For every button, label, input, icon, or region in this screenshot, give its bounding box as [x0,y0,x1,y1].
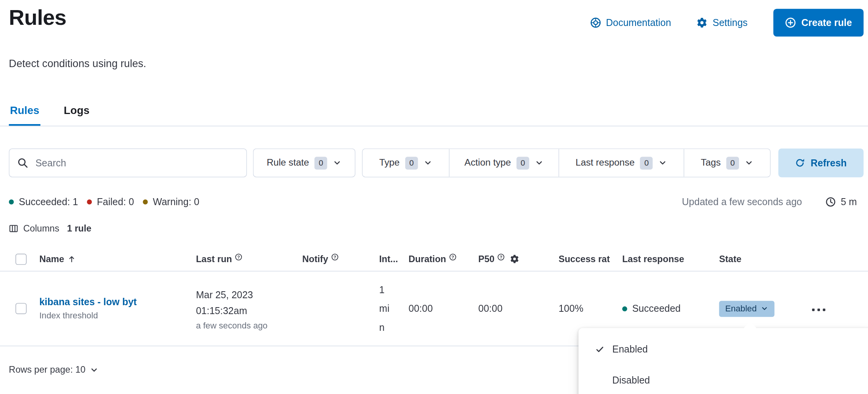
chevron-down-icon [90,365,98,374]
column-header-duration-label: Duration [408,254,446,264]
state-menu-item-disabled[interactable]: Disabled [579,365,868,394]
tabs: Rules Logs [0,98,868,126]
filter-action-type-count: 0 [517,157,529,169]
rules-page: Rules Documentation Settings Create rule… [0,0,868,394]
column-header-last-response-label: Last response [622,254,684,264]
select-all-checkbox[interactable] [16,254,27,265]
question-in-circle-icon[interactable] [235,253,243,261]
column-header-interval[interactable]: Int... [373,254,403,264]
documentation-icon [590,17,601,28]
status-summary: Succeeded: 1 Failed: 0 Warning: 0 [9,196,200,208]
column-header-success-rate-label: Success rat [558,254,610,264]
name-cell: kibana sites - low byt Index threshold [33,296,190,321]
status-warning-label: Warning: 0 [153,196,200,208]
state-badge[interactable]: Enabled [719,301,775,316]
rule-name-link[interactable]: kibana sites - low byt [39,296,157,308]
question-in-circle-icon[interactable] [497,253,505,261]
column-header-notify[interactable]: Notify [296,254,373,264]
refresh-interval-label: 5 m [841,196,857,208]
last-run-relative: a few seconds ago [196,320,296,330]
refresh-interval-button[interactable]: 5 m [825,196,857,208]
column-header-p50[interactable]: P50 [472,254,553,264]
last-run-date: Mar 25, 2023 [196,287,296,302]
row-actions-button[interactable] [811,305,826,314]
status-succeeded: Succeeded: 1 [9,196,78,208]
refresh-button[interactable]: Refresh [778,149,864,177]
chevron-down-icon [744,159,753,168]
interval-value: 1 min [379,280,394,337]
filter-rule-state-label: Rule state [267,157,309,169]
filter-rule-state-count: 0 [315,157,327,169]
rows-per-page-button[interactable]: Rows per page: 10 [9,365,98,375]
search-box [9,149,247,177]
documentation-label: Documentation [606,17,671,29]
state-menu-enabled-label: Enabled [612,343,648,355]
chevron-down-icon [761,305,768,313]
column-header-notify-label: Notify [302,254,328,264]
column-header-duration[interactable]: Duration [403,254,472,264]
create-rule-button[interactable]: Create rule [773,9,863,36]
filter-bar: Rule state 0 Type 0 Action type 0 Last r… [9,149,864,177]
state-menu-popover: Enabled Disabled [579,328,868,394]
clock-icon [825,197,836,207]
column-header-name-label: Name [39,254,64,264]
header-actions: Documentation Settings Create rule [590,9,863,36]
column-header-state-label: State [719,254,742,264]
refresh-label: Refresh [811,157,847,169]
chevron-down-icon [535,159,544,168]
create-rule-label: Create rule [801,17,852,29]
interval-cell: 1 min [373,280,403,337]
filter-tags[interactable]: Tags 0 [684,149,770,176]
column-header-interval-label: Int... [379,254,398,264]
search-input[interactable] [35,157,238,169]
state-menu-item-enabled[interactable]: Enabled [579,334,868,365]
columns-button[interactable]: Columns [9,223,59,234]
question-in-circle-icon[interactable] [331,253,339,261]
chevron-down-icon [333,159,342,168]
duration-cell: 00:00 [403,303,472,315]
filter-type[interactable]: Type 0 [363,149,449,176]
documentation-link[interactable]: Documentation [590,17,671,29]
last-response-cell: Succeeded [616,303,713,315]
sort-ascending-icon [67,255,76,263]
column-header-state[interactable]: State [713,254,791,264]
columns-toolbar: Columns 1 rule [9,223,91,234]
warning-dot-icon [143,199,148,204]
filter-last-response-label: Last response [575,157,635,169]
filter-action-type-label: Action type [464,157,511,169]
column-header-last-run-label: Last run [196,254,232,264]
search-icon [17,157,28,169]
rows-per-page-label: Rows per page: 10 [9,365,86,375]
settings-label: Settings [713,17,747,29]
column-header-success-rate[interactable]: Success rat [553,254,616,264]
filter-last-response-count: 0 [640,157,653,169]
column-header-last-run[interactable]: Last run [190,254,296,264]
last-run-time: 01:15:32am [196,303,296,319]
success-dot-icon [622,306,627,311]
status-failed-label: Failed: 0 [97,196,134,208]
status-warning: Warning: 0 [143,196,200,208]
status-failed: Failed: 0 [87,196,134,208]
danger-dot-icon [87,199,92,204]
column-header-last-response[interactable]: Last response [616,254,713,264]
filter-last-response[interactable]: Last response 0 [558,149,684,176]
row-checkbox[interactable] [16,303,27,314]
last-run-cell: Mar 25, 2023 01:15:32am a few seconds ag… [190,287,296,330]
column-header-p50-label: P50 [478,254,494,264]
page-subtitle: Detect conditions using rules. [9,58,146,70]
filter-rule-state[interactable]: Rule state 0 [253,149,355,177]
state-badge-label: Enabled [725,304,756,314]
filter-type-count: 0 [405,157,418,169]
settings-link[interactable]: Settings [697,17,748,29]
last-response-value: Succeeded [632,303,680,315]
column-header-name[interactable]: Name [33,254,190,264]
tab-rules[interactable]: Rules [9,98,41,126]
gear-icon[interactable] [510,254,519,264]
columns-icon [9,224,18,233]
filter-action-type[interactable]: Action type 0 [449,149,559,176]
question-in-circle-icon[interactable] [449,253,456,261]
row-actions-cell [791,303,868,315]
state-menu-disabled-label: Disabled [612,374,650,386]
filter-type-label: Type [379,157,400,169]
tab-logs[interactable]: Logs [63,98,91,126]
